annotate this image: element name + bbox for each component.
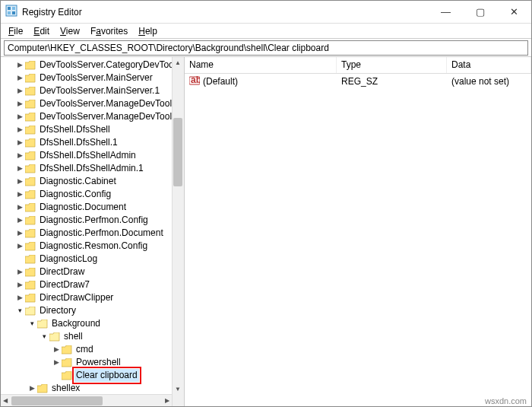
chevron-right-icon[interactable]: ▶ <box>14 110 25 123</box>
chevron-right-icon[interactable]: ▶ <box>14 97 25 110</box>
tree-node[interactable]: ▶shellex <box>1 382 184 395</box>
tree-node[interactable]: ▶Powershell <box>1 356 184 369</box>
tree-node[interactable]: ▶DfsShell.DfsShell <box>1 123 184 136</box>
tree-node-label: Background <box>50 317 102 330</box>
chevron-right-icon[interactable]: ▶ <box>14 136 25 149</box>
chevron-right-icon[interactable]: ▶ <box>14 149 25 162</box>
minimize-button[interactable]: — <box>429 2 463 23</box>
folder-icon <box>25 74 36 83</box>
svg-rect-1 <box>8 7 11 10</box>
chevron-right-icon[interactable]: ▶ <box>51 343 62 356</box>
chevron-right-icon[interactable]: ▶ <box>14 240 25 253</box>
value-type: REG_SZ <box>337 76 447 87</box>
folder-icon <box>25 229 36 238</box>
chevron-down-icon[interactable]: ▾ <box>27 317 37 330</box>
tree-node[interactable]: DiagnosticLog <box>1 253 184 266</box>
scroll-right-arrow[interactable]: ▶ <box>163 395 172 405</box>
tree-node[interactable]: ▶DfsShell.DfsShellAdmin <box>1 149 184 162</box>
chevron-right-icon[interactable]: ▶ <box>14 214 25 227</box>
chevron-right-icon[interactable]: ▶ <box>14 175 25 188</box>
chevron-right-icon[interactable]: ▶ <box>14 188 25 201</box>
chevron-right-icon[interactable]: ▶ <box>27 382 37 395</box>
chevron-right-icon[interactable]: ▶ <box>14 278 25 291</box>
maximize-button[interactable]: ▢ <box>463 2 497 23</box>
tree-node-label: DevToolsServer.ManageDevTools <box>38 97 178 110</box>
tree-node[interactable]: ▶DevToolsServer.MainServer <box>1 72 184 84</box>
tree-node[interactable]: ▾Background <box>1 317 184 330</box>
address-input[interactable] <box>4 40 528 56</box>
col-header-data[interactable]: Data <box>447 57 531 73</box>
tree-node[interactable]: ▶Diagnostic.Resmon.Config <box>1 240 184 253</box>
tree-node[interactable]: ▶DirectDraw7 <box>1 278 184 291</box>
list-pane: Name Type Data ab (Default) REG_SZ (valu… <box>185 57 531 406</box>
tree-node[interactable]: ▶DfsShell.DfsShellAdmin.1 <box>1 162 184 175</box>
close-button[interactable]: ✕ <box>497 2 531 23</box>
chevron-right-icon[interactable]: ▶ <box>14 123 25 136</box>
scroll-left-arrow[interactable]: ◀ <box>1 395 10 405</box>
menu-help[interactable]: Help <box>134 24 162 38</box>
menu-view[interactable]: View <box>55 24 84 38</box>
tree-node[interactable]: ▶DirectDraw <box>1 266 184 278</box>
folder-icon <box>25 113 36 122</box>
tree-node-label: DevToolsServer.MainServer.1 <box>38 84 161 97</box>
menu-edit[interactable]: Edit <box>29 24 54 38</box>
tree-node[interactable]: ▶DevToolsServer.MainServer.1 <box>1 84 184 97</box>
chevron-right-icon[interactable]: ▶ <box>14 72 25 84</box>
tree-node[interactable]: ▶Diagnostic.Cabinet <box>1 175 184 188</box>
tree-node-label: Diagnostic.Resmon.Config <box>38 240 149 253</box>
tree-node[interactable]: ▾shell <box>1 330 184 343</box>
folder-icon <box>25 126 36 135</box>
chevron-right-icon[interactable]: ▶ <box>51 356 62 369</box>
list-row[interactable]: ab (Default) REG_SZ (value not set) <box>185 74 531 89</box>
menu-favorites[interactable]: Favorites <box>86 24 132 38</box>
chevron-down-icon[interactable]: ▾ <box>14 304 25 317</box>
vertical-scrollbar[interactable]: ▲ ▼ <box>172 57 184 406</box>
horizontal-scrollbar[interactable]: ◀ ▶ <box>1 394 172 406</box>
hscroll-thumb[interactable] <box>11 396 103 405</box>
tree-node[interactable]: ▶Diagnostic.Perfmon.Config <box>1 214 184 227</box>
tree-node-label: DevToolsServer.ManageDevTools. <box>38 110 180 123</box>
tree-node-label: Diagnostic.Perfmon.Document <box>38 227 165 240</box>
chevron-right-icon[interactable]: ▶ <box>14 59 25 72</box>
chevron-right-icon[interactable]: ▶ <box>14 162 25 175</box>
tree-pane: ▶DevToolsServer.CategoryDevTools▶DevTool… <box>1 57 185 406</box>
col-header-type[interactable]: Type <box>337 57 447 73</box>
tree-node[interactable]: ▶Diagnostic.Config <box>1 188 184 201</box>
tree-node[interactable]: ▶DirectDrawClipper <box>1 291 184 304</box>
tree-node-label: DfsShell.DfsShell <box>38 123 112 136</box>
svg-rect-4 <box>12 11 15 14</box>
tree-node-label: DirectDraw <box>38 266 86 278</box>
folder-icon <box>25 255 36 264</box>
tree-node[interactable]: ▶DevToolsServer.ManageDevTools. <box>1 110 184 123</box>
chevron-right-icon[interactable]: ▶ <box>14 227 25 240</box>
chevron-right-icon[interactable]: ▶ <box>14 201 25 214</box>
scroll-up-arrow[interactable]: ▲ <box>173 57 182 68</box>
tree-node[interactable]: ▶DfsShell.DfsShell.1 <box>1 136 184 149</box>
tree-node-label: Clear clipboard <box>74 369 139 382</box>
chevron-right-icon[interactable]: ▶ <box>14 84 25 97</box>
folder-icon <box>25 281 36 290</box>
tree-node-label: DirectDraw7 <box>38 278 91 291</box>
folder-icon <box>25 177 36 186</box>
tree-node[interactable]: ▶DevToolsServer.CategoryDevTools <box>1 59 184 72</box>
tree-node[interactable]: ▶Diagnostic.Perfmon.Document <box>1 227 184 240</box>
scroll-down-arrow[interactable]: ▼ <box>173 383 182 394</box>
tree-node[interactable]: ▶cmd <box>1 343 184 356</box>
tree-node[interactable]: ▾Directory <box>1 304 184 317</box>
tree-node[interactable]: Clear clipboard <box>1 369 184 382</box>
svg-rect-2 <box>12 7 15 10</box>
scroll-thumb[interactable] <box>173 118 182 186</box>
tree-node-label: DevToolsServer.CategoryDevTools <box>38 59 182 72</box>
app-title: Registry Editor <box>22 7 82 17</box>
folder-icon <box>25 61 36 70</box>
registry-tree[interactable]: ▶DevToolsServer.CategoryDevTools▶DevTool… <box>1 57 184 406</box>
tree-node[interactable]: ▶Diagnostic.Document <box>1 201 184 214</box>
chevron-right-icon[interactable]: ▶ <box>14 291 25 304</box>
tree-node-label: DfsShell.DfsShellAdmin.1 <box>38 162 145 175</box>
chevron-right-icon[interactable]: ▶ <box>14 266 25 278</box>
tree-node[interactable]: ▶DevToolsServer.ManageDevTools <box>1 97 184 110</box>
menu-file[interactable]: File <box>4 24 27 38</box>
svg-rect-3 <box>8 11 11 14</box>
col-header-name[interactable]: Name <box>185 57 337 73</box>
chevron-down-icon[interactable]: ▾ <box>39 330 49 343</box>
